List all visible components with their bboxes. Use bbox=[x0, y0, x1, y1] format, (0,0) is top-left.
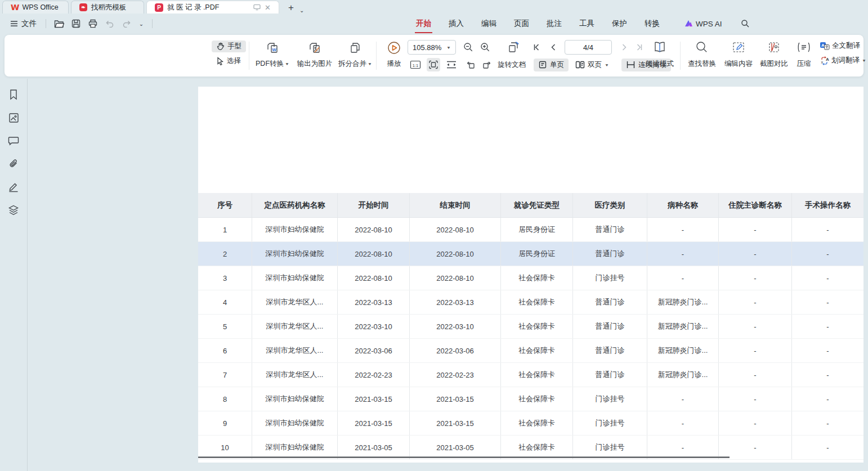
tab-template-store[interactable]: ❧ 找稻壳模板 bbox=[71, 1, 144, 14]
table-row: 3深圳市妇幼保健院2022-08-102022-08-10社会保障卡门诊挂号--… bbox=[198, 266, 863, 290]
compress-button[interactable]: 压缩 bbox=[791, 39, 816, 72]
wps-ai-logo-icon bbox=[684, 20, 693, 28]
table-cell: 2021-03-15 bbox=[338, 387, 410, 411]
save-button[interactable] bbox=[69, 17, 83, 30]
edit-content-button[interactable]: 编辑内容 bbox=[721, 39, 757, 72]
rotate-pages-button[interactable] bbox=[507, 41, 520, 54]
read-mode-button[interactable]: 阅读模式 bbox=[642, 39, 678, 72]
table-cell: 2022-08-10 bbox=[410, 218, 501, 241]
table-cell: 门诊挂号 bbox=[573, 436, 647, 459]
table-cell: 社会保障卡 bbox=[501, 387, 573, 411]
table-cell: 2022-03-13 bbox=[410, 290, 501, 314]
table-cell: - bbox=[719, 315, 792, 338]
menu-insert[interactable]: 插入 bbox=[448, 16, 465, 31]
hand-tool-label: 手型 bbox=[227, 42, 241, 51]
next-page-button[interactable] bbox=[618, 41, 631, 54]
word-translate-button[interactable]: x A 划词翻译 ▼ bbox=[820, 56, 866, 65]
menu-page[interactable]: 页面 bbox=[513, 16, 530, 31]
double-page-button[interactable]: 双页 ▼ bbox=[572, 59, 612, 71]
double-page-label: 双页 bbox=[588, 60, 602, 70]
tab-label: 就 医 记 录 .PDF bbox=[167, 3, 219, 12]
menu-edit[interactable]: 编辑 bbox=[480, 16, 498, 31]
table-cell: - bbox=[792, 218, 863, 241]
menu-convert[interactable]: 转换 bbox=[643, 16, 661, 31]
hand-icon bbox=[216, 42, 225, 51]
table-header-cell: 医疗类别 bbox=[573, 193, 647, 217]
zoom-out-button[interactable] bbox=[462, 41, 475, 54]
table-cell: 深圳市妇幼保健院 bbox=[252, 218, 338, 241]
table-row: 6深圳市龙华区人...2022-03-062022-03-06社会保障卡普通门诊… bbox=[198, 339, 863, 363]
export-image-button[interactable]: 输出为图片 bbox=[294, 39, 335, 72]
docer-icon: ❧ bbox=[79, 3, 87, 11]
full-translate-button[interactable]: A 全文翻译 bbox=[820, 41, 866, 51]
export-image-label: 输出为图片 bbox=[297, 59, 333, 69]
pdf-page[interactable]: 序号定点医药机构名称开始时间结束时间就诊凭证类型医疗类别病种名称住院主诊断名称手… bbox=[198, 87, 863, 463]
fit-page-button[interactable] bbox=[427, 58, 440, 71]
menu-comment[interactable]: 批注 bbox=[545, 16, 563, 31]
table-cell: 门诊挂号 bbox=[573, 411, 647, 435]
monitor-icon[interactable] bbox=[253, 4, 261, 11]
bookmark-panel-button[interactable] bbox=[7, 88, 20, 101]
table-cell: - bbox=[647, 218, 719, 241]
new-tab-button[interactable]: + bbox=[286, 2, 296, 14]
zoom-in-button[interactable] bbox=[478, 41, 492, 54]
single-page-button[interactable]: 单页 bbox=[534, 59, 569, 71]
thumbnail-panel-button[interactable] bbox=[7, 111, 20, 124]
table-cell: 7 bbox=[198, 363, 252, 387]
table-cell: 深圳市妇幼保健院 bbox=[252, 387, 338, 411]
table-row: 4深圳市龙华区人...2022-03-132022-03-13社会保障卡普通门诊… bbox=[198, 290, 863, 315]
undo-button[interactable] bbox=[102, 17, 117, 30]
table-header-row: 序号定点医药机构名称开始时间结束时间就诊凭证类型医疗类别病种名称住院主诊断名称手… bbox=[198, 193, 863, 218]
open-file-button[interactable] bbox=[52, 17, 66, 30]
first-page-button[interactable] bbox=[530, 41, 544, 54]
screenshot-compare-button[interactable]: 截图对比 bbox=[757, 39, 791, 72]
tab-list-chevron-icon[interactable]: ⌄ bbox=[299, 7, 304, 14]
close-icon[interactable]: ✕ bbox=[265, 4, 271, 11]
pdf-convert-button[interactable]: W PDF转换▼ bbox=[251, 39, 294, 72]
find-replace-button[interactable]: 查找替换 bbox=[683, 39, 721, 72]
table-cell: 10 bbox=[198, 436, 252, 459]
rotate-left-button[interactable] bbox=[464, 58, 477, 71]
wps-ai-button[interactable]: WPS AI bbox=[684, 20, 722, 28]
rotate-doc-label[interactable]: 旋转文档 bbox=[498, 60, 526, 70]
actual-size-button[interactable]: 1:1 bbox=[409, 58, 422, 71]
tab-document-pdf[interactable]: P 就 医 记 录 .PDF ✕ bbox=[146, 1, 279, 14]
play-button[interactable]: 播放 bbox=[379, 39, 409, 72]
table-cell: 新冠肺炎门诊... bbox=[647, 290, 719, 314]
table-cell: 2022-03-06 bbox=[410, 339, 501, 362]
table-row: 2深圳市妇幼保健院2022-08-102022-08-10居民身份证普通门诊--… bbox=[198, 242, 863, 266]
menu-tools[interactable]: 工具 bbox=[578, 16, 596, 31]
table-cell: - bbox=[647, 242, 719, 266]
signature-panel-button[interactable] bbox=[7, 180, 20, 194]
file-menu-button[interactable]: 文件 bbox=[7, 16, 40, 31]
rotate-right-button[interactable] bbox=[480, 58, 494, 71]
menu-protect[interactable]: 保护 bbox=[611, 16, 628, 31]
chevron-down-icon: ▼ bbox=[446, 45, 451, 49]
table-cell: 普通门诊 bbox=[573, 363, 647, 387]
print-button[interactable] bbox=[86, 17, 100, 30]
attachment-panel-button[interactable] bbox=[7, 157, 20, 171]
layers-panel-button[interactable] bbox=[7, 203, 20, 217]
menu-search-icon[interactable] bbox=[741, 19, 750, 28]
hand-tool-button[interactable]: 手型 bbox=[212, 41, 246, 52]
zoom-level-select[interactable]: 105.88% ▼ bbox=[408, 40, 456, 55]
table-cell: 2021-03-05 bbox=[338, 436, 410, 459]
split-merge-button[interactable]: 拆分合并▼ bbox=[335, 39, 375, 72]
menu-home[interactable]: 开始 bbox=[415, 16, 432, 31]
quick-access-chevron-icon[interactable]: ⌄ bbox=[136, 17, 146, 30]
comment-panel-button[interactable] bbox=[7, 134, 20, 147]
table-cell: - bbox=[792, 387, 863, 411]
screenshot-compare-label: 截图对比 bbox=[760, 59, 788, 69]
table-cell: 2022-08-10 bbox=[338, 218, 410, 241]
redo-button[interactable] bbox=[119, 17, 134, 30]
page-indicator-input[interactable]: 4/4 bbox=[565, 40, 612, 55]
select-tool-button[interactable]: 选择 bbox=[212, 55, 246, 67]
table-cell: 新冠肺炎门诊... bbox=[647, 363, 719, 387]
tab-wps-office[interactable]: W WPS Office bbox=[2, 1, 69, 14]
table-bottom-border bbox=[198, 456, 730, 458]
fit-width-button[interactable] bbox=[445, 58, 458, 71]
table-cell: 6 bbox=[198, 339, 252, 362]
wps-ai-label: WPS AI bbox=[696, 20, 722, 28]
prev-page-button[interactable] bbox=[547, 41, 560, 54]
table-cell: 2022-08-10 bbox=[410, 242, 501, 266]
